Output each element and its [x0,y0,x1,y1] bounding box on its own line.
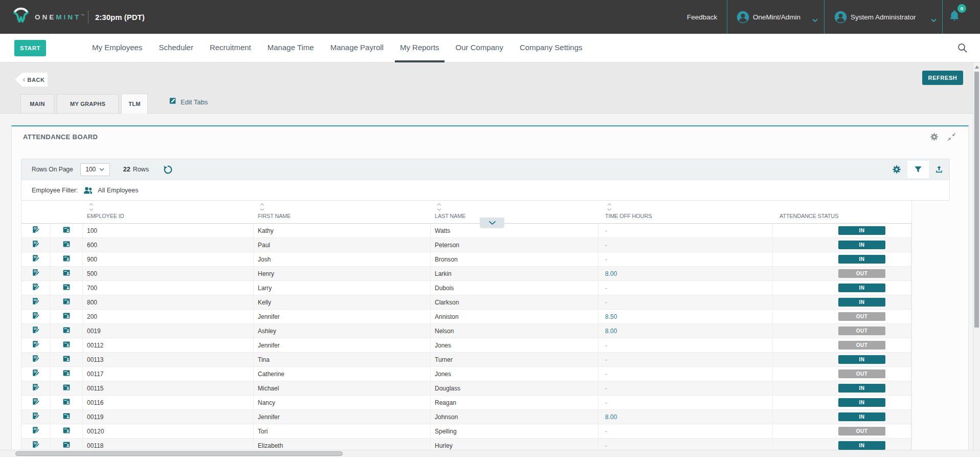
edit-tabs-button[interactable]: Edit Tabs [169,97,208,107]
employee-profile-icon[interactable] [62,326,71,336]
edit-timesheet-icon[interactable] [32,226,40,235]
edit-timesheet-icon[interactable] [32,383,40,393]
edit-timesheet-icon[interactable] [32,297,40,307]
nav-item-company-settings[interactable]: Company Settings [514,34,589,62]
panel-collapse-icon[interactable] [947,133,956,143]
refresh-button[interactable]: REFRESH [922,71,963,85]
grid-settings-gear-icon[interactable] [892,165,901,174]
employee-profile-icon[interactable] [62,297,71,307]
nav-item-our-company[interactable]: Our Company [450,34,509,62]
employee-profile-icon[interactable] [62,240,71,250]
breadcrumb-bar: ‹ BACK Home › My Dashboard REFRESH MAIN … [0,62,980,114]
edit-timesheet-icon[interactable] [32,326,40,336]
horizontal-scrollbar-thumb[interactable] [15,451,343,456]
scroll-up-arrow-icon[interactable] [975,66,979,69]
time-off-hours-cell: - [598,281,773,295]
employee-profile-icon[interactable] [62,412,71,422]
attendance-status-badge: IN [838,384,885,393]
column-header-first-name[interactable]: FIRST NAME [254,201,431,223]
onemint-logo[interactable]: ONEMINT™ [11,0,84,34]
filter-icon[interactable] [907,161,929,178]
employee-profile-icon[interactable] [62,441,71,450]
rows-on-page-label: Rows On Page [32,166,73,173]
edit-timesheet-cell [21,224,50,237]
nav-item-recruitment[interactable]: Recruitment [204,34,257,62]
table-row: 00112 Jennifer Jones - OUT [21,338,911,353]
nav-item-my-employees[interactable]: My Employees [86,34,148,62]
nav-item-manage-time[interactable]: Manage Time [261,34,320,62]
attendance-status-cell: IN [773,396,911,409]
employee-profile-icon[interactable] [62,383,71,393]
chevron-down-icon[interactable] [812,15,818,25]
time-off-hours-cell: - [598,367,773,381]
employee-profile-icon[interactable] [62,254,71,264]
back-button[interactable]: ‹ BACK [15,73,48,86]
sort-icon[interactable] [437,203,441,213]
search-icon[interactable] [957,42,968,55]
edit-timesheet-icon[interactable] [32,426,40,436]
employee-profile-icon[interactable] [62,283,71,293]
employee-profile-icon[interactable] [62,312,71,321]
rows-per-page-select[interactable]: 100 [80,163,110,176]
vertical-scrollbar[interactable] [973,62,980,457]
export-icon[interactable] [935,165,943,173]
attendance-status-cell: OUT [773,310,911,323]
last-name-cell: Reagan [431,396,598,409]
edit-timesheet-icon[interactable] [32,441,40,450]
employee-profile-icon[interactable] [62,426,71,436]
edit-timesheet-icon[interactable] [32,369,40,379]
onemint-logo-icon [11,6,31,28]
column-header-last-name[interactable]: LAST NAME [431,201,598,223]
nav-item-manage-payroll[interactable]: Manage Payroll [324,34,390,62]
edit-timesheet-cell [21,338,50,352]
attendance-status-cell: OUT [773,367,911,381]
sort-icon[interactable] [607,203,612,213]
edit-timesheet-icon[interactable] [32,340,40,350]
employees-people-icon[interactable] [83,186,93,194]
employee-profile-icon[interactable] [62,355,71,364]
employee-profile-icon[interactable] [62,398,71,407]
column-header-time-off-hours[interactable]: TIME OFF HOURS [598,201,773,223]
header-collapse-toggle[interactable] [480,217,504,228]
employee-filter-value[interactable]: All Employees [98,187,138,194]
employee-profile-cell [50,224,83,237]
nav-item-my-reports[interactable]: My Reports [394,34,446,62]
edit-timesheet-icon[interactable] [32,412,40,422]
sort-icon[interactable] [89,203,94,213]
employee-profile-icon[interactable] [62,269,71,278]
edit-timesheet-icon[interactable] [32,240,40,250]
nav-item-scheduler[interactable]: Scheduler [152,34,199,62]
edit-timesheet-icon[interactable] [32,254,40,264]
start-button[interactable]: START [14,40,46,56]
company-dropdown[interactable]: OneMint/Admin [753,0,800,34]
employee-profile-icon[interactable] [62,340,71,350]
tab-main[interactable]: MAIN [20,94,54,113]
panel-settings-gear-icon[interactable] [930,133,939,143]
employee-profile-cell [50,410,83,424]
edit-timesheet-icon[interactable] [32,283,40,293]
user-dropdown[interactable]: System Administrator [851,0,916,34]
feedback-link[interactable]: Feedback [687,0,717,34]
sort-icon[interactable] [260,203,264,213]
chevron-down-icon[interactable] [931,15,937,25]
horizontal-scrollbar[interactable] [0,450,980,457]
edit-timesheet-icon[interactable] [32,398,40,407]
edit-timesheet-icon[interactable] [32,355,40,364]
attendance-status-badge: OUT [838,341,885,350]
employee-profile-icon[interactable] [62,226,71,235]
edit-timesheet-icon[interactable] [32,269,40,278]
employee-profile-icon[interactable] [62,369,71,379]
column-header-employee-id[interactable]: EMPLOYEE ID [83,201,254,223]
edit-timesheet-icon[interactable] [32,312,40,321]
employee-id-cell: 00117 [83,367,254,381]
tab-my-graphs[interactable]: MY GRAPHS [57,94,119,113]
reset-grid-icon[interactable] [163,165,173,175]
back-arrow-icon: ‹ [23,75,26,83]
employee-id-cell: 0019 [83,324,254,338]
vertical-scrollbar-thumb[interactable] [974,72,979,328]
attendance-status-cell: OUT [773,424,911,438]
chevron-down-icon [488,221,496,225]
tab-tlm[interactable]: TLM [121,94,148,114]
attendance-status-badge: IN [838,441,885,450]
main-nav: START My Employees Scheduler Recruitment… [0,34,980,62]
